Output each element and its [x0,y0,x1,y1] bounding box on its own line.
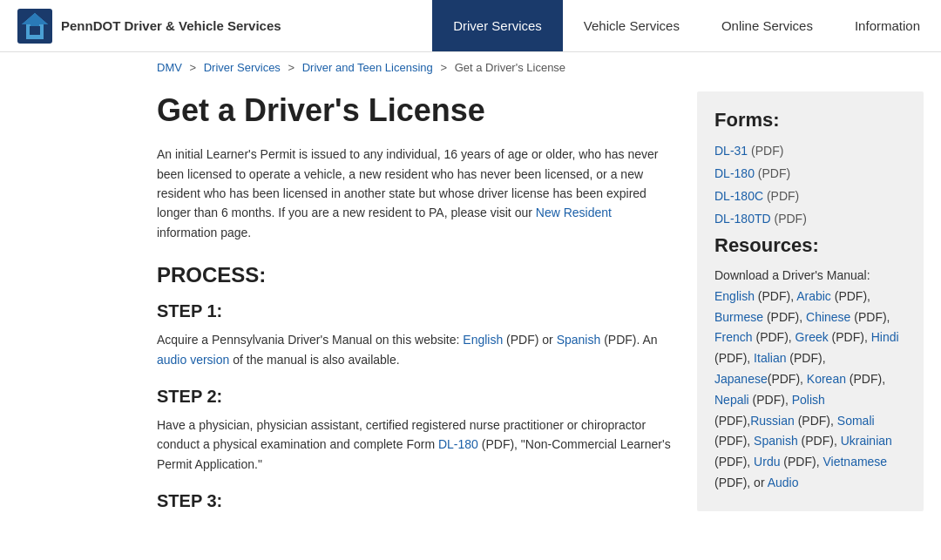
step-1-pdf-or: (PDF) or [506,333,553,347]
page-title: Get a Driver's License [157,91,671,129]
form-dl180: DL-180 (PDF) [714,166,906,180]
lang-hindi-link[interactable]: Hindi [871,330,899,344]
nav-driver-services[interactable]: Driver Services [432,0,563,51]
lang-spanish-link[interactable]: Spanish [754,434,798,448]
lang-chinese-link[interactable]: Chinese [806,310,850,324]
form-dl180td-link[interactable]: DL-180TD [714,212,771,226]
main-nav: Driver Services Vehicle Services Online … [432,0,941,51]
nav-information[interactable]: Information [834,0,941,51]
nav-vehicle-services[interactable]: Vehicle Services [563,0,701,51]
form-dl180c-link[interactable]: DL-180C [714,189,763,203]
step-1-spanish-link[interactable]: Spanish [557,333,601,347]
resources-text: Download a Driver's Manual: English (PDF… [714,266,906,494]
main-content: Get a Driver's License An initial Learne… [157,91,671,520]
new-resident-link[interactable]: New Resident [536,206,612,219]
lang-polish-link[interactable]: Polish [792,393,825,407]
lang-burmese-link[interactable]: Burmese [714,310,763,324]
penndot-logo-icon [17,9,52,44]
lang-english-link[interactable]: English [714,289,755,303]
lang-urdu-link[interactable]: Urdu [754,455,780,469]
breadcrumb-teen-licensing[interactable]: Driver and Teen Licensing [302,61,433,74]
intro-text-end: information page. [157,226,251,240]
form-dl180c: DL-180C (PDF) [714,189,906,203]
step-1-english-link[interactable]: English [463,333,503,347]
breadcrumb-dmv[interactable]: DMV [157,61,182,74]
step-1-text: Acquire a Pennsylvania Driver's Manual o… [157,330,671,369]
lang-russian-link[interactable]: Russian [750,414,795,428]
step-1-text-before: Acquire a Pennsylvania Driver's Manual o… [157,333,459,347]
lang-audio-link[interactable]: Audio [768,476,799,489]
resources-heading: Resources: [714,234,906,257]
form-dl180td-suffix-text: (PDF) [774,212,806,226]
form-dl31: DL-31 (PDF) [714,144,906,158]
nav-online-services[interactable]: Online Services [701,0,834,51]
intro-paragraph: An initial Learner's Permit is issued to… [157,145,671,242]
lang-greek-link[interactable]: Greek [795,330,829,344]
lang-vietnamese-link[interactable]: Vietnamese [823,455,887,469]
breadcrumb-driver-services[interactable]: Driver Services [204,61,281,74]
form-dl180-suffix-text: (PDF) [758,166,790,180]
breadcrumb-sep-2: > [288,61,297,74]
forms-heading: Forms: [714,109,906,132]
lang-arabic-link[interactable]: Arabic [796,289,831,303]
step-1-pdf2: (PDF). An [604,333,657,347]
lang-french-link[interactable]: French [714,330,753,344]
step-2-heading: STEP 2: [157,387,671,407]
step-2-dl180-link[interactable]: DL-180 [438,437,478,451]
logo-text: PennDOT Driver & Vehicle Services [61,18,281,33]
step-2-text: Have a physician, physician assistant, c… [157,415,671,474]
site-header: PennDOT Driver & Vehicle Services Driver… [0,0,941,52]
process-heading: PROCESS: [157,263,671,287]
lang-somali-link[interactable]: Somali [837,414,875,428]
step-3-heading: STEP 3: [157,491,671,511]
resources-intro: Download a Driver's Manual: [714,268,870,282]
main-container: Get a Driver's License An initial Learne… [0,83,941,537]
svg-rect-3 [30,26,40,35]
step-1-heading: STEP 1: [157,301,671,321]
form-dl180-link[interactable]: DL-180 [714,166,755,180]
lang-japanese-link[interactable]: Japanese [714,372,768,386]
form-dl31-suffix-text: (PDF) [751,144,783,158]
sidebar: Forms: DL-31 (PDF) DL-180 (PDF) DL-180C … [697,91,924,511]
form-dl180c-suffix-text: (PDF) [767,189,799,203]
lang-korean-link[interactable]: Korean [807,372,846,386]
breadcrumb-sep-3: > [440,61,450,74]
lang-italian-link[interactable]: Italian [754,351,786,365]
breadcrumb: DMV > Driver Services > Driver and Teen … [0,52,941,83]
step-1-end: of the manual is also available. [233,353,399,367]
breadcrumb-current: Get a Driver's License [455,61,565,74]
lang-ukrainian-link[interactable]: Ukrainian [841,434,892,448]
form-dl180td: DL-180TD (PDF) [714,212,906,226]
step-1-audio-link[interactable]: audio version [157,353,229,367]
form-dl31-link[interactable]: DL-31 [714,144,748,158]
breadcrumb-sep-1: > [190,61,200,74]
lang-nepali-link[interactable]: Nepali [714,393,749,407]
logo-area: PennDOT Driver & Vehicle Services [0,9,299,44]
